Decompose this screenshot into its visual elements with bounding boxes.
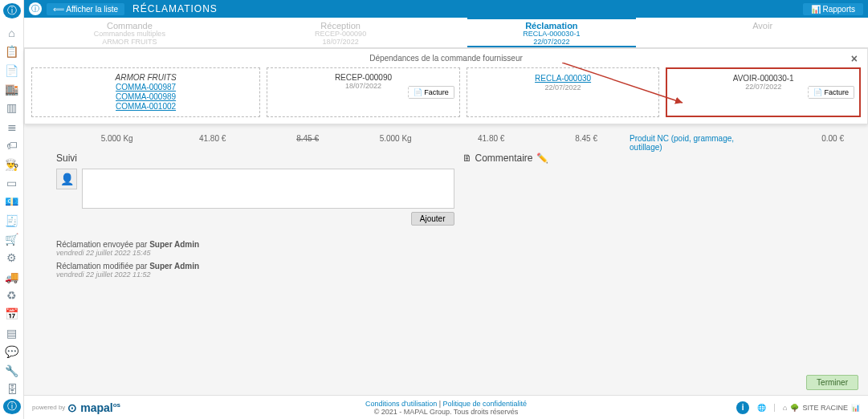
edit-icon[interactable]: ✏️ bbox=[536, 153, 548, 164]
clipboard-icon[interactable]: 📋 bbox=[3, 44, 21, 59]
map-icon[interactable]: 🌐 bbox=[757, 404, 766, 412]
doc-icon[interactable]: 📄 bbox=[3, 63, 21, 78]
money-icon[interactable]: 💶 bbox=[3, 194, 21, 210]
cart-icon[interactable]: 🛒 bbox=[3, 231, 21, 246]
privacy-link[interactable]: Politique de confidentialité bbox=[443, 400, 528, 408]
tab-reception[interactable]: Réception RECEP-000090 18/07/2022 bbox=[235, 18, 446, 47]
suivi-input[interactable] bbox=[82, 169, 454, 209]
page-title: RÉCLAMATIONS bbox=[132, 3, 218, 14]
chart-icon: 📊 bbox=[851, 404, 860, 412]
add-button[interactable]: Ajouter bbox=[411, 212, 454, 226]
dep-commandes: ARMOR FRUITS COMMA-000987 COMMA-000989 C… bbox=[31, 67, 260, 117]
home-icon[interactable]: ⌂ bbox=[3, 25, 21, 40]
tag-icon[interactable]: 🏷 bbox=[3, 138, 21, 153]
tab-reclamation[interactable]: Réclamation RECLA-000030-1 22/07/2022 bbox=[446, 18, 658, 47]
doc-icon: 🗎 bbox=[463, 153, 472, 164]
body-columns: Suivi 👤 Ajouter Réclamation envoyée par … bbox=[56, 153, 860, 363]
dependencies-overlay: Dépendances de la commande fournisseur ×… bbox=[24, 48, 868, 124]
home-icon: ⌂ bbox=[783, 404, 787, 412]
bottom-logo-icon[interactable]: ⓘ bbox=[3, 399, 21, 414]
card-icon[interactable]: ▭ bbox=[3, 175, 21, 190]
list-icon[interactable]: ▤ bbox=[3, 325, 21, 340]
product-row: 5.000 Kg 41.80 € 8.45 € 5.000 Kg 41.80 €… bbox=[56, 134, 860, 152]
calendar-icon[interactable]: 📅 bbox=[3, 307, 21, 322]
box-icon[interactable]: ▥ bbox=[3, 100, 21, 116]
app-logo-icon[interactable]: ⓘ bbox=[3, 3, 21, 18]
log-entry: Réclamation envoyée par Super Admin vend… bbox=[56, 240, 454, 257]
show-list-button[interactable]: ⟸ Afficher la liste bbox=[47, 3, 124, 15]
layers-icon[interactable]: ≣ bbox=[3, 119, 21, 134]
suivi-title: Suivi bbox=[56, 153, 454, 164]
settings-icon[interactable]: ⚙ bbox=[3, 250, 21, 266]
avatar-icon: 👤 bbox=[56, 169, 77, 189]
terms-link[interactable]: Conditions d'utilisation bbox=[365, 400, 437, 408]
dep-reception: RECEP-000090 18/07/2022 📄 Facture bbox=[267, 67, 460, 117]
comma-link[interactable]: COMMA-001002 bbox=[39, 102, 253, 111]
log-entry: Réclamation modifiée par Super Admin ven… bbox=[56, 262, 454, 279]
topbar-logo-icon: ⓘ bbox=[29, 2, 42, 15]
topbar: ⓘ ⟸ Afficher la liste RÉCLAMATIONS 📊 Rap… bbox=[24, 0, 868, 18]
chat-icon[interactable]: 💬 bbox=[3, 344, 21, 359]
info-icon[interactable]: i bbox=[736, 401, 749, 414]
truck-icon[interactable]: 🚚 bbox=[3, 269, 21, 284]
suivi-panel: Suivi 👤 Ajouter Réclamation envoyée par … bbox=[56, 153, 454, 363]
tabs: Commande Commandes multiples ARMOR FRUIT… bbox=[24, 18, 868, 48]
store-icon[interactable]: 🏬 bbox=[3, 81, 21, 96]
footer-brand: powered by ⊙ mapalos bbox=[32, 401, 120, 414]
sidebar: ⓘ ⌂ 📋 📄 🏬 ▥ ≣ 🏷 👨‍🍳 ▭ 💶 🧾 🛒 ⚙ 🚚 ♻ 📅 ▤ 💬 … bbox=[0, 0, 24, 419]
dep-reclamation: RECLA-000030 22/07/2022 bbox=[467, 67, 660, 117]
commentaire-panel: 🗎 Commentaire ✏️ bbox=[463, 153, 861, 363]
comma-link[interactable]: COMMA-000987 bbox=[39, 83, 253, 92]
dep-avoir: AVOIR-000030-1 22/07/2022 📄 Facture bbox=[666, 67, 861, 117]
footer: powered by ⊙ mapalos Conditions d'utilis… bbox=[24, 395, 868, 419]
tab-avoir[interactable]: Avoir bbox=[657, 18, 868, 47]
recla-link[interactable]: RECLA-000030 bbox=[474, 74, 653, 83]
facture-button[interactable]: 📄 Facture bbox=[408, 86, 454, 99]
recycle-icon[interactable]: ♻ bbox=[3, 287, 21, 303]
commentaire-title: Commentaire bbox=[475, 153, 533, 164]
facture-button[interactable]: 📄 Facture bbox=[808, 86, 854, 99]
chef-icon[interactable]: 👨‍🍳 bbox=[3, 157, 21, 172]
tab-commande[interactable]: Commande Commandes multiples ARMOR FRUIT… bbox=[24, 18, 235, 47]
finish-button[interactable]: Terminer bbox=[806, 375, 858, 390]
close-icon[interactable]: × bbox=[851, 52, 858, 65]
reports-button[interactable]: 📊 Rapports bbox=[803, 3, 863, 15]
invoice-icon[interactable]: 🧾 bbox=[3, 213, 21, 228]
overlay-title: Dépendances de la commande fournisseur bbox=[369, 54, 523, 63]
tree-icon: 🌳 bbox=[790, 404, 799, 412]
db-icon[interactable]: 🗄 bbox=[3, 381, 21, 397]
wrench-icon[interactable]: 🔧 bbox=[3, 363, 21, 378]
site-selector[interactable]: ⌂ 🌳 SITE RACINE 📊 bbox=[774, 404, 860, 412]
comma-link[interactable]: COMMA-000989 bbox=[39, 92, 253, 101]
